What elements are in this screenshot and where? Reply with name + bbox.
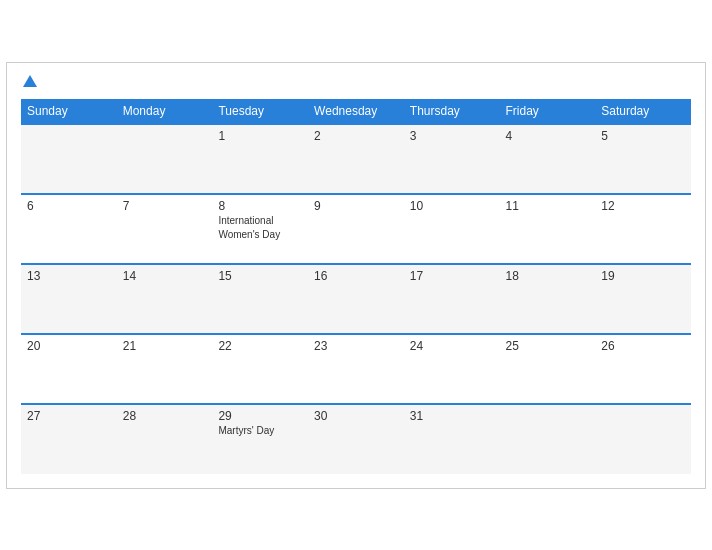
day-number: 5 — [601, 129, 685, 143]
event-text: International Women's Day — [218, 215, 280, 240]
weekday-header-monday: Monday — [117, 99, 213, 124]
calendar-cell — [595, 404, 691, 474]
day-number: 9 — [314, 199, 398, 213]
weekday-header-wednesday: Wednesday — [308, 99, 404, 124]
calendar-cell: 16 — [308, 264, 404, 334]
calendar-cell — [117, 124, 213, 194]
calendar-header — [21, 75, 691, 89]
calendar-week-row: 13141516171819 — [21, 264, 691, 334]
day-number: 24 — [410, 339, 494, 353]
calendar-cell: 15 — [212, 264, 308, 334]
calendar-cell: 25 — [500, 334, 596, 404]
calendar-cell: 20 — [21, 334, 117, 404]
day-number: 12 — [601, 199, 685, 213]
day-number: 2 — [314, 129, 398, 143]
calendar-cell: 9 — [308, 194, 404, 264]
calendar-cell: 6 — [21, 194, 117, 264]
day-number: 17 — [410, 269, 494, 283]
weekday-header-saturday: Saturday — [595, 99, 691, 124]
calendar-cell: 13 — [21, 264, 117, 334]
calendar-cell: 21 — [117, 334, 213, 404]
calendar-cell: 28 — [117, 404, 213, 474]
day-number: 8 — [218, 199, 302, 213]
calendar-cell: 5 — [595, 124, 691, 194]
calendar-cell — [500, 404, 596, 474]
calendar-cell: 8International Women's Day — [212, 194, 308, 264]
weekday-header-thursday: Thursday — [404, 99, 500, 124]
logo-triangle-icon — [23, 75, 37, 87]
day-number: 31 — [410, 409, 494, 423]
calendar-cell — [21, 124, 117, 194]
calendar-cell: 10 — [404, 194, 500, 264]
day-number: 10 — [410, 199, 494, 213]
calendar-week-row: 12345 — [21, 124, 691, 194]
day-number: 3 — [410, 129, 494, 143]
calendar-cell: 27 — [21, 404, 117, 474]
day-number: 18 — [506, 269, 590, 283]
day-number: 15 — [218, 269, 302, 283]
calendar-week-row: 20212223242526 — [21, 334, 691, 404]
day-number: 23 — [314, 339, 398, 353]
day-number: 27 — [27, 409, 111, 423]
calendar-cell: 4 — [500, 124, 596, 194]
day-number: 11 — [506, 199, 590, 213]
calendar-cell: 31 — [404, 404, 500, 474]
calendar-cell: 22 — [212, 334, 308, 404]
calendar-week-row: 272829Martyrs' Day3031 — [21, 404, 691, 474]
day-number: 25 — [506, 339, 590, 353]
calendar-cell: 14 — [117, 264, 213, 334]
calendar-cell: 23 — [308, 334, 404, 404]
calendar-cell: 29Martyrs' Day — [212, 404, 308, 474]
calendar-cell: 24 — [404, 334, 500, 404]
day-number: 16 — [314, 269, 398, 283]
day-number: 13 — [27, 269, 111, 283]
calendar-cell: 11 — [500, 194, 596, 264]
day-number: 20 — [27, 339, 111, 353]
weekday-header-tuesday: Tuesday — [212, 99, 308, 124]
day-number: 28 — [123, 409, 207, 423]
calendar-cell: 3 — [404, 124, 500, 194]
calendar-grid: SundayMondayTuesdayWednesdayThursdayFrid… — [21, 99, 691, 474]
day-number: 21 — [123, 339, 207, 353]
day-number: 14 — [123, 269, 207, 283]
calendar-cell: 1 — [212, 124, 308, 194]
calendar-container: SundayMondayTuesdayWednesdayThursdayFrid… — [6, 62, 706, 489]
event-text: Martyrs' Day — [218, 425, 274, 436]
calendar-week-row: 678International Women's Day9101112 — [21, 194, 691, 264]
calendar-cell: 7 — [117, 194, 213, 264]
calendar-cell: 2 — [308, 124, 404, 194]
calendar-cell: 12 — [595, 194, 691, 264]
day-number: 29 — [218, 409, 302, 423]
calendar-cell: 26 — [595, 334, 691, 404]
logo — [21, 75, 37, 89]
weekday-header-row: SundayMondayTuesdayWednesdayThursdayFrid… — [21, 99, 691, 124]
day-number: 26 — [601, 339, 685, 353]
day-number: 22 — [218, 339, 302, 353]
calendar-cell: 18 — [500, 264, 596, 334]
weekday-header-friday: Friday — [500, 99, 596, 124]
calendar-cell: 17 — [404, 264, 500, 334]
day-number: 4 — [506, 129, 590, 143]
day-number: 1 — [218, 129, 302, 143]
day-number: 30 — [314, 409, 398, 423]
weekday-header-sunday: Sunday — [21, 99, 117, 124]
day-number: 7 — [123, 199, 207, 213]
day-number: 6 — [27, 199, 111, 213]
day-number: 19 — [601, 269, 685, 283]
calendar-cell: 19 — [595, 264, 691, 334]
calendar-cell: 30 — [308, 404, 404, 474]
